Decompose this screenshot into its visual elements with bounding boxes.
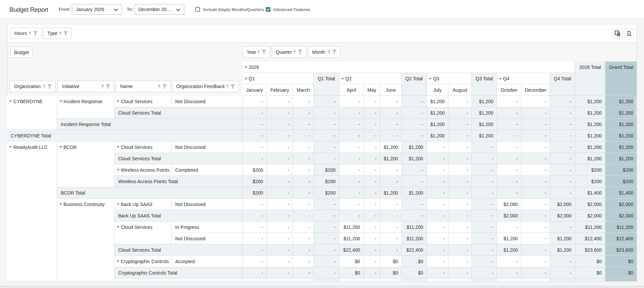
svg-text:xlsx: xlsx	[627, 33, 631, 35]
